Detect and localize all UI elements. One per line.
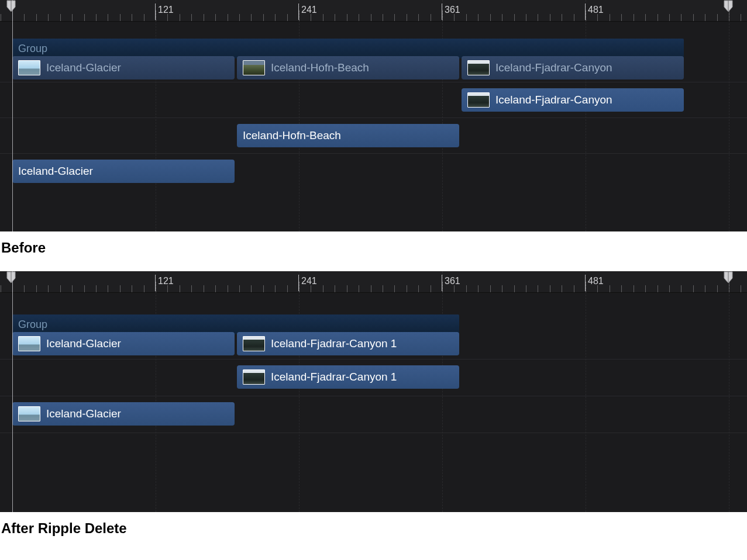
clip-hofn[interactable]: Iceland-Hofn-Beach	[237, 124, 459, 147]
ruler-tick-minor	[610, 285, 610, 292]
caption-before: Before	[0, 231, 747, 271]
clip-glacier[interactable]: Iceland-Glacier	[12, 402, 235, 426]
ruler-tick-minor	[228, 14, 228, 21]
out-point-marker[interactable]	[723, 271, 734, 284]
ruler-tick-major	[586, 11, 586, 21]
ruler-tick-minor	[311, 285, 311, 292]
playhead[interactable]	[12, 271, 13, 512]
ruler-tick-minor	[418, 14, 419, 21]
clip-label: Iceland-Fjadrar-Canyon 1	[271, 337, 397, 350]
ruler-tick-minor	[538, 285, 538, 292]
clip-label: Iceland-Hofn-Beach	[271, 61, 369, 74]
ruler-tick-minor	[550, 285, 550, 292]
clip-label: Iceland-Fjadrar-Canyon 1	[271, 371, 397, 383]
ruler-tick-minor	[72, 14, 73, 21]
thumbnail-icon	[243, 369, 265, 385]
ruler-tick-minor	[597, 285, 598, 292]
clip-label: Iceland-Glacier	[46, 337, 121, 350]
ruler-tick-minor	[394, 14, 395, 21]
ruler-tick-minor	[323, 14, 323, 21]
ruler-tick-minor	[502, 14, 502, 21]
track-row-glacier: Iceland-Glacier	[0, 396, 747, 433]
ruler-tick-minor	[669, 285, 670, 292]
ruler-tick-minor	[383, 285, 383, 292]
clip-glacier[interactable]: Iceland-Glacier	[12, 160, 235, 183]
ruler-tick-minor	[347, 285, 347, 292]
ruler-tick-minor	[717, 285, 718, 292]
ruler-tick-minor	[634, 14, 634, 21]
caption-after: After Ripple Delete	[0, 512, 747, 552]
ruler-tick-minor	[48, 285, 49, 292]
clip-canyon[interactable]: Iceland-Fjadrar-Canyon 1	[237, 365, 459, 389]
ruler-tick-minor	[526, 14, 526, 21]
ruler-tick-label: 361	[445, 5, 460, 15]
ruler-tick-major	[156, 11, 156, 21]
in-point-marker[interactable]	[6, 271, 16, 284]
thumbnail-icon	[18, 336, 40, 351]
clip-label: Iceland-Glacier	[46, 61, 121, 74]
track-row-canyon: Iceland-Fjadrar-Canyon 1	[0, 359, 747, 396]
ruler-tick-minor	[24, 285, 25, 292]
ruler-tick-major	[299, 282, 300, 292]
group-label: Group	[18, 319, 47, 331]
ruler-tick-minor	[490, 14, 491, 21]
ruler-tick-minor	[693, 14, 694, 21]
ruler-tick-minor	[144, 285, 144, 292]
ruler-tick-label: 121	[158, 5, 174, 15]
timeline-ruler[interactable]: 121241361481	[0, 0, 747, 22]
thumbnail-icon	[243, 60, 265, 75]
ruler-tick-minor	[371, 14, 371, 21]
clip-canyon-selected[interactable]: Iceland-Fjadrar-Canyon	[462, 88, 684, 112]
out-point-marker[interactable]	[723, 0, 734, 13]
thumbnail-icon	[18, 406, 40, 421]
ruler-tick-minor	[621, 14, 622, 21]
ruler-tick-label: 241	[301, 276, 317, 286]
ruler-tick-minor	[371, 285, 371, 292]
track-row-canyon: Iceland-Fjadrar-Canyon	[0, 82, 747, 117]
timeline-ruler[interactable]: 121241361481	[0, 271, 747, 293]
ruler-tick-minor	[275, 285, 276, 292]
ruler-tick-minor	[36, 14, 37, 21]
ruler-tick-minor	[526, 285, 526, 292]
ruler-tick-label: 481	[588, 276, 604, 286]
ruler-tick-minor	[454, 14, 455, 21]
ruler-tick-minor	[383, 14, 383, 21]
ruler-tick-minor	[741, 14, 741, 21]
ruler-tick-major	[442, 11, 443, 21]
ruler-tick-minor	[251, 285, 252, 292]
ruler-tick-minor	[634, 285, 634, 292]
ruler-tick-minor	[251, 14, 252, 21]
ruler-tick-minor	[407, 285, 407, 292]
thumbnail-icon	[467, 60, 490, 75]
group-clip-canyon[interactable]: Iceland-Fjadrar-Canyon 1	[237, 332, 459, 355]
group-clip-glacier[interactable]: Iceland-Glacier	[12, 332, 235, 355]
ruler-tick-minor	[347, 14, 347, 21]
ruler-tick-minor	[132, 285, 132, 292]
ruler-tick-major	[299, 11, 300, 21]
ruler-tick-minor	[359, 14, 359, 21]
ruler-tick-minor	[574, 14, 574, 21]
ruler-tick-minor	[669, 14, 670, 21]
ruler-tick-minor	[1, 285, 1, 292]
group-clip-hofn[interactable]: Iceland-Hofn-Beach	[237, 56, 459, 79]
ruler-tick-minor	[705, 285, 705, 292]
track-row-glacier: Iceland-Glacier	[0, 153, 747, 189]
group-clips-row: Iceland-Glacier Iceland-Hofn-Beach Icela…	[0, 54, 747, 82]
ruler-tick-minor	[275, 14, 276, 21]
ruler-tick-minor	[621, 285, 622, 292]
ruler-tick-minor	[263, 285, 264, 292]
in-point-marker[interactable]	[6, 0, 16, 13]
track-row-empty	[0, 433, 747, 497]
ruler-tick-minor	[24, 14, 25, 21]
timeline-before: 121241361481 Group Ic	[0, 0, 747, 231]
ruler-tick-minor	[311, 14, 311, 21]
ruler-tick-minor	[239, 14, 240, 21]
ruler-tick-minor	[431, 14, 431, 21]
playhead[interactable]	[12, 0, 13, 231]
group-clip-canyon[interactable]: Iceland-Fjadrar-Canyon	[462, 56, 684, 79]
clip-label: Iceland-Glacier	[46, 407, 121, 420]
ruler-tick-minor	[717, 14, 718, 21]
ruler-tick-minor	[454, 285, 455, 292]
group-clip-glacier[interactable]: Iceland-Glacier	[12, 56, 235, 79]
ruler-tick-minor	[335, 14, 335, 21]
